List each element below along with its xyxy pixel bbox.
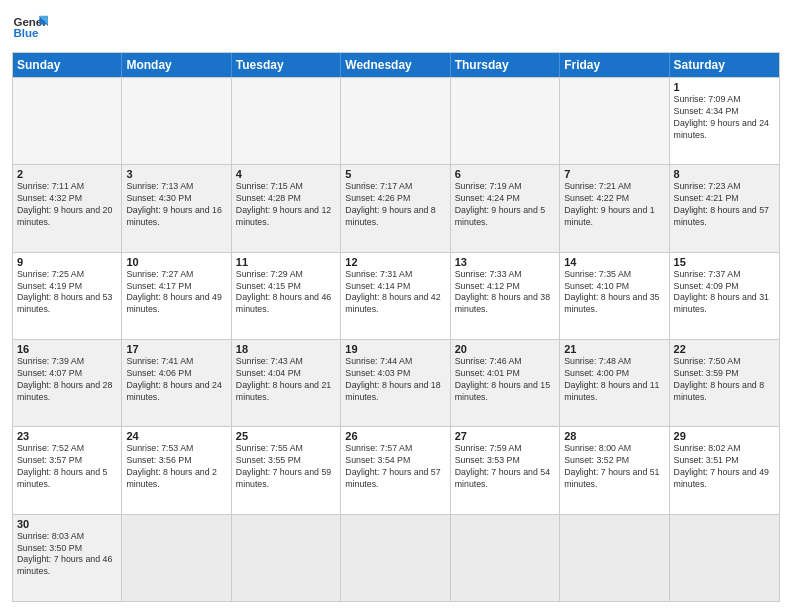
day-info: Sunrise: 7:59 AM Sunset: 3:53 PM Dayligh… [455, 443, 555, 491]
day-info: Sunrise: 7:44 AM Sunset: 4:03 PM Dayligh… [345, 356, 445, 404]
day-info: Sunrise: 7:55 AM Sunset: 3:55 PM Dayligh… [236, 443, 336, 491]
day-cell-10: 10Sunrise: 7:27 AM Sunset: 4:17 PM Dayli… [122, 253, 231, 339]
day-number: 28 [564, 430, 664, 442]
empty-cell [122, 78, 231, 164]
day-number: 20 [455, 343, 555, 355]
day-info: Sunrise: 7:31 AM Sunset: 4:14 PM Dayligh… [345, 269, 445, 317]
day-number: 26 [345, 430, 445, 442]
day-cell-8: 8Sunrise: 7:23 AM Sunset: 4:21 PM Daylig… [670, 165, 779, 251]
day-info: Sunrise: 7:13 AM Sunset: 4:30 PM Dayligh… [126, 181, 226, 229]
day-cell-20: 20Sunrise: 7:46 AM Sunset: 4:01 PM Dayli… [451, 340, 560, 426]
day-number: 19 [345, 343, 445, 355]
day-number: 4 [236, 168, 336, 180]
day-cell-1: 1Sunrise: 7:09 AM Sunset: 4:34 PM Daylig… [670, 78, 779, 164]
day-cell-16: 16Sunrise: 7:39 AM Sunset: 4:07 PM Dayli… [13, 340, 122, 426]
day-info: Sunrise: 7:11 AM Sunset: 4:32 PM Dayligh… [17, 181, 117, 229]
day-number: 13 [455, 256, 555, 268]
svg-text:Blue: Blue [13, 27, 39, 39]
day-info: Sunrise: 7:19 AM Sunset: 4:24 PM Dayligh… [455, 181, 555, 229]
day-info: Sunrise: 8:03 AM Sunset: 3:50 PM Dayligh… [17, 531, 117, 579]
calendar-row-4: 23Sunrise: 7:52 AM Sunset: 3:57 PM Dayli… [13, 426, 779, 513]
day-cell-9: 9Sunrise: 7:25 AM Sunset: 4:19 PM Daylig… [13, 253, 122, 339]
day-cell-28: 28Sunrise: 8:00 AM Sunset: 3:52 PM Dayli… [560, 427, 669, 513]
day-number: 30 [17, 518, 117, 530]
day-info: Sunrise: 7:21 AM Sunset: 4:22 PM Dayligh… [564, 181, 664, 229]
calendar-body: 1Sunrise: 7:09 AM Sunset: 4:34 PM Daylig… [13, 77, 779, 601]
day-cell-23: 23Sunrise: 7:52 AM Sunset: 3:57 PM Dayli… [13, 427, 122, 513]
day-info: Sunrise: 7:35 AM Sunset: 4:10 PM Dayligh… [564, 269, 664, 317]
day-number: 2 [17, 168, 117, 180]
day-info: Sunrise: 7:48 AM Sunset: 4:00 PM Dayligh… [564, 356, 664, 404]
day-info: Sunrise: 7:23 AM Sunset: 4:21 PM Dayligh… [674, 181, 775, 229]
empty-cell [560, 515, 669, 601]
calendar: SundayMondayTuesdayWednesdayThursdayFrid… [12, 52, 780, 602]
day-info: Sunrise: 7:25 AM Sunset: 4:19 PM Dayligh… [17, 269, 117, 317]
day-cell-6: 6Sunrise: 7:19 AM Sunset: 4:24 PM Daylig… [451, 165, 560, 251]
calendar-row-3: 16Sunrise: 7:39 AM Sunset: 4:07 PM Dayli… [13, 339, 779, 426]
day-number: 25 [236, 430, 336, 442]
day-cell-22: 22Sunrise: 7:50 AM Sunset: 3:59 PM Dayli… [670, 340, 779, 426]
empty-cell [13, 78, 122, 164]
day-number: 17 [126, 343, 226, 355]
day-cell-30: 30Sunrise: 8:03 AM Sunset: 3:50 PM Dayli… [13, 515, 122, 601]
day-info: Sunrise: 8:00 AM Sunset: 3:52 PM Dayligh… [564, 443, 664, 491]
empty-cell [341, 515, 450, 601]
logo-icon: General Blue [12, 10, 48, 46]
day-info: Sunrise: 7:41 AM Sunset: 4:06 PM Dayligh… [126, 356, 226, 404]
day-info: Sunrise: 7:43 AM Sunset: 4:04 PM Dayligh… [236, 356, 336, 404]
page-header: General Blue [12, 10, 780, 46]
day-cell-17: 17Sunrise: 7:41 AM Sunset: 4:06 PM Dayli… [122, 340, 231, 426]
empty-cell [560, 78, 669, 164]
day-info: Sunrise: 7:50 AM Sunset: 3:59 PM Dayligh… [674, 356, 775, 404]
day-number: 24 [126, 430, 226, 442]
day-cell-18: 18Sunrise: 7:43 AM Sunset: 4:04 PM Dayli… [232, 340, 341, 426]
day-cell-2: 2Sunrise: 7:11 AM Sunset: 4:32 PM Daylig… [13, 165, 122, 251]
day-header-friday: Friday [560, 53, 669, 77]
day-info: Sunrise: 7:09 AM Sunset: 4:34 PM Dayligh… [674, 94, 775, 142]
day-number: 27 [455, 430, 555, 442]
day-cell-21: 21Sunrise: 7:48 AM Sunset: 4:00 PM Dayli… [560, 340, 669, 426]
day-info: Sunrise: 7:29 AM Sunset: 4:15 PM Dayligh… [236, 269, 336, 317]
day-cell-24: 24Sunrise: 7:53 AM Sunset: 3:56 PM Dayli… [122, 427, 231, 513]
day-cell-11: 11Sunrise: 7:29 AM Sunset: 4:15 PM Dayli… [232, 253, 341, 339]
day-cell-25: 25Sunrise: 7:55 AM Sunset: 3:55 PM Dayli… [232, 427, 341, 513]
day-number: 12 [345, 256, 445, 268]
day-info: Sunrise: 7:52 AM Sunset: 3:57 PM Dayligh… [17, 443, 117, 491]
day-number: 7 [564, 168, 664, 180]
day-info: Sunrise: 7:46 AM Sunset: 4:01 PM Dayligh… [455, 356, 555, 404]
day-number: 16 [17, 343, 117, 355]
day-number: 8 [674, 168, 775, 180]
day-info: Sunrise: 7:33 AM Sunset: 4:12 PM Dayligh… [455, 269, 555, 317]
empty-cell [451, 515, 560, 601]
day-number: 22 [674, 343, 775, 355]
day-cell-29: 29Sunrise: 8:02 AM Sunset: 3:51 PM Dayli… [670, 427, 779, 513]
day-cell-13: 13Sunrise: 7:33 AM Sunset: 4:12 PM Dayli… [451, 253, 560, 339]
day-number: 18 [236, 343, 336, 355]
day-cell-3: 3Sunrise: 7:13 AM Sunset: 4:30 PM Daylig… [122, 165, 231, 251]
empty-cell [451, 78, 560, 164]
calendar-row-0: 1Sunrise: 7:09 AM Sunset: 4:34 PM Daylig… [13, 77, 779, 164]
day-info: Sunrise: 7:15 AM Sunset: 4:28 PM Dayligh… [236, 181, 336, 229]
day-number: 10 [126, 256, 226, 268]
day-header-wednesday: Wednesday [341, 53, 450, 77]
calendar-header: SundayMondayTuesdayWednesdayThursdayFrid… [13, 53, 779, 77]
day-number: 15 [674, 256, 775, 268]
day-cell-26: 26Sunrise: 7:57 AM Sunset: 3:54 PM Dayli… [341, 427, 450, 513]
day-number: 21 [564, 343, 664, 355]
day-header-thursday: Thursday [451, 53, 560, 77]
day-number: 3 [126, 168, 226, 180]
empty-cell [232, 78, 341, 164]
day-cell-5: 5Sunrise: 7:17 AM Sunset: 4:26 PM Daylig… [341, 165, 450, 251]
day-number: 29 [674, 430, 775, 442]
day-number: 6 [455, 168, 555, 180]
day-number: 11 [236, 256, 336, 268]
day-number: 23 [17, 430, 117, 442]
empty-cell [670, 515, 779, 601]
day-header-sunday: Sunday [13, 53, 122, 77]
day-number: 14 [564, 256, 664, 268]
day-cell-27: 27Sunrise: 7:59 AM Sunset: 3:53 PM Dayli… [451, 427, 560, 513]
empty-cell [122, 515, 231, 601]
calendar-row-2: 9Sunrise: 7:25 AM Sunset: 4:19 PM Daylig… [13, 252, 779, 339]
day-number: 9 [17, 256, 117, 268]
empty-cell [341, 78, 450, 164]
